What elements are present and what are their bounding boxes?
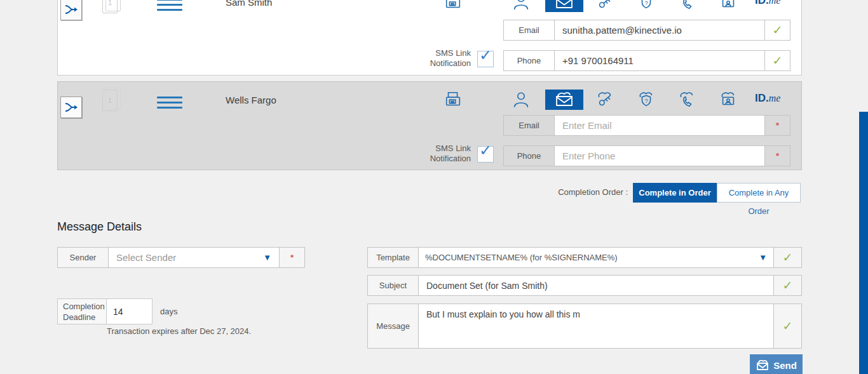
idme-verification-icon[interactable]: ID.me [755, 0, 780, 7]
sms-link-notification-label: SMS LinkNotification [417, 48, 471, 69]
check-icon: ✓ [783, 250, 793, 265]
required-asterisk-icon: * [776, 151, 779, 161]
document-count-icon: 1 [102, 0, 118, 13]
access-code-key-icon[interactable] [595, 90, 615, 110]
deadline-unit-label: days [160, 307, 177, 316]
recipients-page: 1 Sam Smith [0, 0, 868, 374]
sender-select[interactable]: Select Sender ▼ [109, 248, 279, 267]
phone-field-group: Phone * [503, 145, 790, 166]
phone-auth-icon[interactable] [677, 0, 697, 12]
merge-signer-button[interactable] [60, 0, 82, 20]
email-field-group: Email ✓ [503, 20, 790, 41]
subject-label: Subject [368, 276, 419, 295]
email-label: Email [504, 20, 555, 40]
chevron-down-icon: ▼ [263, 253, 271, 262]
phone-input[interactable] [555, 51, 764, 70]
sender-field-group: Sender Select Sender ▼ * [57, 247, 305, 268]
expiry-note: Transaction expires after Dec 27, 2024. [107, 326, 251, 336]
document-count-icon: 1 [102, 90, 118, 111]
template-select[interactable]: %DOCUMENTSETNAME% (for %SIGNERNAME%) ▼ [419, 248, 773, 267]
required-asterisk-icon: * [290, 253, 294, 262]
phone-required-indicator: * [764, 146, 790, 166]
checkbox-check-icon: ✓ [479, 142, 492, 159]
complete-in-order-button[interactable]: Complete in Order [633, 183, 717, 203]
sms-link-notification-label: SMS LinkNotification [417, 144, 471, 164]
chevron-down-icon: ▼ [759, 253, 767, 262]
check-icon: ✓ [783, 278, 793, 293]
completion-order-label: Completion Order : [502, 187, 628, 197]
template-valid-indicator: ✓ [773, 248, 801, 267]
signer-name: Wells Fargo [226, 95, 276, 105]
complete-in-any-order-button[interactable]: Complete in Any Order [717, 183, 801, 203]
message-details-heading: Message Details [57, 220, 142, 234]
merge-signer-button[interactable] [60, 97, 82, 118]
drag-handle-icon[interactable] [157, 97, 182, 112]
checkbox-check-icon: ✓ [479, 46, 492, 64]
email-label: Email [504, 116, 555, 135]
sender-required-indicator: * [279, 248, 304, 267]
check-icon: ✓ [773, 53, 783, 68]
svg-text:?: ? [644, 0, 648, 6]
required-asterisk-icon: * [776, 121, 779, 130]
completion-deadline-input[interactable] [107, 298, 153, 324]
print-icon[interactable] [443, 90, 463, 110]
sms-link-notification-checkbox[interactable]: ✓ [477, 51, 494, 67]
subject-input[interactable] [419, 276, 773, 295]
drag-handle-icon[interactable] [157, 0, 182, 14]
completion-deadline-label: Completion Deadline [57, 298, 107, 324]
send-button-label: Send [773, 360, 797, 371]
email-input[interactable] [555, 116, 764, 135]
sender-placeholder: Select Sender [116, 252, 176, 263]
knowledge-based-auth-icon[interactable] [718, 0, 738, 12]
print-icon[interactable] [443, 0, 463, 12]
sms-link-notification-checkbox[interactable]: ✓ [477, 146, 494, 163]
template-value: %DOCUMENTSETNAME% (for %SIGNERNAME%) [425, 253, 618, 262]
email-valid-indicator: ✓ [764, 20, 790, 40]
sender-label: Sender [58, 248, 109, 267]
email-field-group: Email * [503, 115, 790, 136]
signer-row-wells-fargo: 1 Wells Fargo [57, 81, 802, 170]
phone-field-group: Phone ✓ [503, 50, 790, 71]
phone-input[interactable] [555, 146, 764, 166]
message-valid-indicator: ✓ [773, 304, 801, 348]
phone-auth-icon[interactable] [677, 90, 697, 110]
template-label: Template [368, 248, 419, 267]
email-delivery-icon-selected[interactable] [545, 90, 583, 110]
subject-valid-indicator: ✓ [773, 276, 801, 295]
access-code-key-icon[interactable] [595, 0, 615, 12]
in-person-signing-icon[interactable] [511, 90, 531, 110]
template-field-group: Template %DOCUMENTSETNAME% (for %SIGNERN… [367, 247, 802, 268]
signer-name: Sam Smith [226, 0, 272, 8]
merge-arrow-icon [64, 102, 78, 113]
in-person-signing-icon[interactable] [511, 0, 531, 12]
merge-arrow-icon [64, 4, 78, 15]
vertical-scrollbar-thumb[interactable] [859, 112, 868, 374]
phone-valid-indicator: ✓ [764, 51, 790, 70]
signer-row-sam-smith: 1 Sam Smith [57, 0, 802, 76]
idme-verification-icon[interactable]: ID.me [755, 92, 780, 105]
completion-deadline-group: Completion Deadline [57, 298, 153, 324]
message-label: Message [368, 304, 419, 348]
send-button[interactable]: Send [750, 354, 803, 374]
knowledge-based-auth-icon[interactable] [718, 90, 738, 110]
check-icon: ✓ [773, 23, 783, 37]
phone-label: Phone [504, 146, 555, 166]
phone-label: Phone [504, 51, 555, 70]
send-envelope-icon [756, 360, 770, 371]
check-icon: ✓ [783, 319, 793, 333]
email-required-indicator: * [764, 116, 790, 135]
email-delivery-icon-selected[interactable] [545, 0, 583, 12]
message-textarea[interactable]: But I must explain to you how all this m [419, 304, 773, 348]
security-question-icon[interactable]: ? [636, 90, 656, 110]
message-field-group: Message But I must explain to you how al… [367, 304, 802, 349]
email-input[interactable] [555, 20, 764, 40]
subject-field-group: Subject ✓ [367, 275, 802, 296]
svg-text:?: ? [644, 98, 648, 104]
security-question-icon[interactable]: ? [636, 0, 656, 12]
